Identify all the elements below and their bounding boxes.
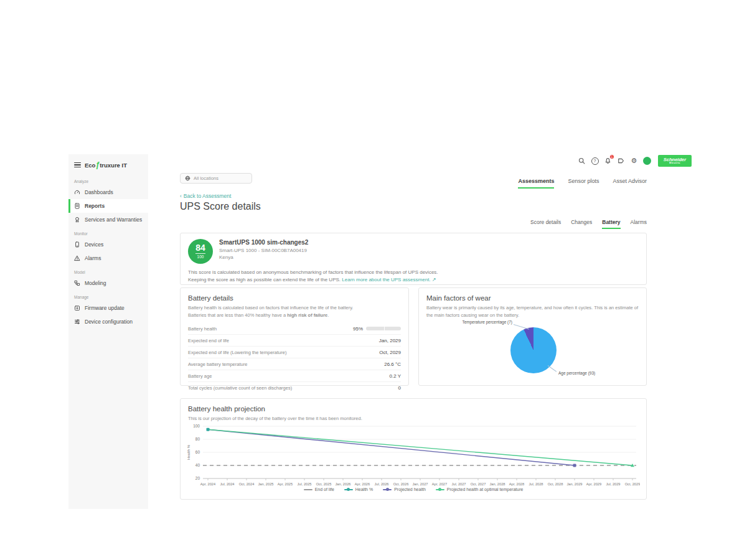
tab-score-details[interactable]: Score details — [530, 219, 561, 229]
score-description-line2: Keeping the score as high as possible ca… — [188, 276, 639, 284]
chevron-left-icon: ‹ — [180, 193, 182, 199]
legend-marker-icon — [304, 489, 312, 490]
firmware-update-icon — [74, 305, 80, 311]
location-filter-value: All locations — [194, 175, 218, 181]
score-max: 100 — [197, 255, 204, 259]
battery-health-bar-tick — [384, 327, 385, 330]
legend-item[interactable]: End of life — [304, 487, 334, 492]
svg-text:Jul, 2028: Jul, 2028 — [529, 482, 543, 486]
row-value: 0 — [398, 385, 401, 391]
pie-label-temperature: Temperature percentage (7) — [436, 320, 512, 324]
svg-text:Oct, 2025: Oct, 2025 — [316, 482, 332, 486]
battery-details-desc-line2: Batteries that are less than 40% healthy… — [188, 312, 401, 319]
sidebar-item-dashboards[interactable]: Dashboards — [68, 185, 148, 199]
legend-dot-icon — [438, 488, 441, 491]
legend-label: Projected health — [394, 487, 426, 492]
back-to-assessment-link[interactable]: ‹ Back to Assessment — [180, 193, 231, 199]
legend-item[interactable]: Projected health — [383, 487, 426, 492]
battery-details-rows: Battery health 95% Expected end of life … — [188, 323, 401, 393]
svg-text:Apr, 2024: Apr, 2024 — [200, 482, 215, 486]
section-label-manage: Manage — [68, 290, 148, 301]
tab-sensor-plots[interactable]: Sensor plots — [568, 178, 599, 189]
account-avatar[interactable] — [643, 157, 651, 165]
pie-callout-line — [514, 324, 529, 330]
health-projection-chart[interactable]: 20406080100Apr, 2024Jul, 2024Oct, 2024Ja… — [186, 420, 640, 495]
sidebar-item-modeling[interactable]: Modeling — [68, 276, 148, 290]
svg-text:Jul, 2026: Jul, 2026 — [374, 482, 388, 486]
table-row: Expected end of life Jan, 2029 — [188, 335, 401, 347]
legend-item[interactable]: Projected health at optimal temperature — [436, 487, 524, 492]
notifications-icon[interactable]: 1 — [604, 157, 612, 166]
feedback-icon-glyph — [618, 157, 624, 164]
sidebar-item-label: Firmware update — [85, 305, 125, 311]
main-content: All locations Assessments Sensor plots A… — [180, 168, 647, 504]
row-value: 95% — [353, 326, 401, 332]
sidebar-item-label: Devices — [85, 241, 103, 248]
devices-icon — [74, 241, 80, 248]
score-description-line1: This score is calculated based on anonym… — [188, 269, 639, 276]
feedback-icon[interactable] — [617, 157, 625, 166]
svg-text:Oct, 2024: Oct, 2024 — [239, 482, 255, 486]
legend-item[interactable]: Health % — [344, 487, 373, 492]
battery-details-description: Battery health is calculated based on fa… — [188, 304, 401, 319]
tab-changes[interactable]: Changes — [571, 219, 592, 229]
tab-asset-advisor[interactable]: Asset Advisor — [613, 178, 647, 189]
pie-label-age: Age percentage (93) — [558, 371, 595, 375]
search-icon[interactable] — [578, 157, 586, 166]
learn-more-link[interactable]: Learn more about the UPS assessment. ↗ — [342, 277, 436, 282]
section-label-model: Model — [68, 265, 148, 276]
device-name: SmartUPS 1000 sim-changes2 — [219, 239, 308, 246]
legend-label: Health % — [355, 487, 373, 492]
svg-text:Health %: Health % — [187, 444, 190, 460]
sidebar: Ecoƒtruxure IT Analyze Dashboards Report… — [68, 154, 148, 509]
dashboards-icon — [74, 189, 80, 195]
sidebar-item-services-and-warranties[interactable]: Services and Warranties — [68, 213, 148, 226]
help-icon[interactable]: ? — [591, 157, 599, 166]
svg-text:Apr, 2029: Apr, 2029 — [586, 482, 601, 486]
battery-details-title: Battery details — [188, 294, 401, 302]
settings-icon[interactable]: ⚙ — [630, 157, 638, 166]
tab-alarms[interactable]: Alarms — [631, 219, 647, 229]
sidebar-item-reports[interactable]: Reports — [68, 199, 148, 213]
sidebar-item-device-configuration[interactable]: Device configuration — [68, 315, 148, 329]
score-circle: 84 100 — [188, 239, 213, 264]
pie-callout-line — [548, 365, 557, 372]
schneider-electric-logo[interactable]: Schneider Electric — [658, 155, 692, 167]
svg-text:Oct, 2029: Oct, 2029 — [625, 482, 640, 486]
desc-line2-suffix: . — [327, 312, 329, 318]
back-link-label: Back to Assessment — [184, 193, 232, 199]
row-label: Expected end of life — [188, 338, 229, 343]
learn-more-link-label: Learn more about the UPS assessment. — [342, 277, 430, 282]
device-configuration-icon — [74, 319, 80, 325]
row-label: Average battery temperature — [188, 362, 247, 367]
sidebar-item-firmware-update[interactable]: Firmware update — [68, 301, 148, 315]
tab-battery[interactable]: Battery — [602, 219, 620, 229]
menu-icon[interactable] — [74, 162, 81, 167]
globe-icon — [185, 175, 190, 181]
svg-text:20: 20 — [195, 476, 200, 480]
location-filter[interactable]: All locations — [180, 173, 252, 184]
svg-text:40: 40 — [195, 463, 200, 467]
sidebar-item-label: Services and Warranties — [85, 217, 142, 223]
sidebar-item-label: Alarms — [85, 255, 101, 261]
chart-legend: End of lifeHealth %Projected healthProje… — [181, 487, 646, 492]
svg-text:100: 100 — [193, 424, 200, 428]
section-label-analyze: Analyze — [68, 174, 148, 185]
row-value: 26.6 °C — [384, 362, 401, 367]
sidebar-header: Ecoƒtruxure IT — [68, 154, 148, 174]
legend-dot-icon — [347, 488, 350, 491]
legend-dot-icon — [386, 488, 389, 491]
modeling-icon — [74, 280, 80, 286]
reports-icon — [74, 203, 80, 209]
tab-assessments[interactable]: Assessments — [518, 178, 554, 189]
sidebar-item-devices[interactable]: Devices — [68, 238, 148, 251]
brand-line2: Electric — [669, 162, 680, 164]
legend-marker-icon — [383, 489, 392, 490]
main-tabs: Assessments Sensor plots Asset Advisor — [518, 178, 647, 189]
svg-text:Jan, 2027: Jan, 2027 — [413, 482, 428, 486]
svg-text:Jul, 2025: Jul, 2025 — [297, 482, 311, 486]
topbar: ? 1 ⚙ Schneider Electric — [578, 155, 692, 167]
table-row: Total cycles (cumulative count of seen d… — [188, 382, 401, 393]
table-row: Expected end of life (Lowering the tempe… — [188, 347, 401, 358]
sidebar-item-alarms[interactable]: Alarms — [68, 251, 148, 265]
